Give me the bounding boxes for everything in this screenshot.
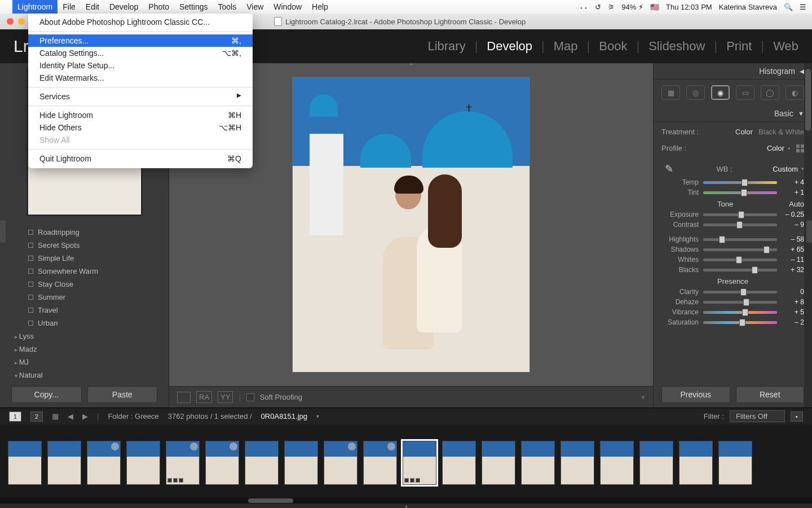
- menu-photo[interactable]: Photo: [143, 0, 174, 14]
- menu-lightroom[interactable]: Lightroom: [12, 0, 58, 14]
- treatment-color[interactable]: Color: [735, 128, 753, 136]
- clarity-slider[interactable]: [703, 291, 777, 294]
- module-develop[interactable]: Develop: [487, 39, 532, 54]
- thumbnail[interactable]: [87, 441, 121, 485]
- highlights-slider[interactable]: [703, 238, 777, 241]
- thumbnail[interactable]: [47, 441, 81, 485]
- blacks-slider[interactable]: [703, 269, 777, 271]
- tint-slider[interactable]: [703, 191, 777, 194]
- thumbnail[interactable]: [442, 441, 476, 485]
- thumbnail[interactable]: [521, 441, 555, 485]
- menu-edit[interactable]: Edit: [81, 0, 104, 14]
- thumbnail[interactable]: [600, 441, 634, 485]
- dehaze-slider[interactable]: [703, 301, 777, 304]
- thumbnail[interactable]: [245, 441, 279, 485]
- list-item[interactable]: Secret Spots: [28, 239, 161, 252]
- copy-button[interactable]: Copy...: [11, 386, 82, 403]
- thumbnail-selected[interactable]: [403, 441, 436, 485]
- profile-dropdown[interactable]: Color: [767, 144, 784, 152]
- crop-tool-icon[interactable]: ▦: [661, 85, 680, 100]
- gradient-tool-icon[interactable]: ▭: [736, 85, 754, 100]
- blacks-value[interactable]: + 32: [782, 266, 804, 274]
- thumbnail[interactable]: [561, 441, 594, 485]
- shadows-slider[interactable]: [703, 248, 777, 251]
- thumbnail[interactable]: [324, 441, 358, 485]
- temp-slider[interactable]: [703, 181, 777, 184]
- prev-photo-icon[interactable]: ◀: [68, 412, 73, 421]
- list-item[interactable]: Summer: [28, 291, 161, 304]
- spot-tool-icon[interactable]: ◎: [686, 85, 705, 100]
- filmstrip-resize-handle[interactable]: ▾: [0, 503, 812, 508]
- right-panel-toggle[interactable]: [806, 220, 812, 243]
- thumbnail[interactable]: [363, 441, 397, 485]
- saturation-value[interactable]: – 2: [782, 318, 804, 326]
- thumbnail[interactable]: [639, 441, 673, 485]
- auto-tone-button[interactable]: Auto: [789, 200, 804, 208]
- folder-group[interactable]: Madz: [15, 343, 161, 356]
- flag-icon[interactable]: 🇺🇸: [650, 3, 659, 11]
- previous-button[interactable]: Previous: [661, 386, 730, 403]
- wifi-icon[interactable]: ⚞: [608, 3, 615, 11]
- module-book[interactable]: Book: [599, 39, 627, 54]
- menu-identity-plate[interactable]: Identity Plate Setup...: [28, 59, 253, 72]
- before-after-ra[interactable]: RA: [196, 391, 212, 403]
- left-panel-toggle[interactable]: [0, 220, 6, 243]
- clock[interactable]: Thu 12:03 PM: [666, 3, 712, 11]
- menu-hide-lightroom[interactable]: Hide Lightroom⌘H: [28, 109, 253, 121]
- grid-view-icon[interactable]: ▦: [52, 412, 59, 421]
- menu-window[interactable]: Window: [268, 0, 307, 14]
- thumbnail[interactable]: [8, 441, 42, 485]
- menu-file[interactable]: File: [58, 0, 81, 14]
- menu-help[interactable]: Help: [307, 0, 333, 14]
- menu-develop[interactable]: Develop: [104, 0, 143, 14]
- wb-eyedropper-icon[interactable]: ✎: [661, 163, 676, 175]
- list-item[interactable]: Roadtripping: [28, 226, 161, 239]
- next-photo-icon[interactable]: ▶: [82, 412, 88, 421]
- contrast-value[interactable]: – 9: [782, 221, 804, 229]
- basic-panel-header[interactable]: Basic▼: [654, 106, 812, 122]
- radial-tool-icon[interactable]: ◯: [761, 85, 779, 100]
- thumbnail[interactable]: [482, 441, 515, 485]
- filter-dropdown[interactable]: Filters Off: [730, 410, 785, 422]
- menu-view[interactable]: View: [241, 0, 268, 14]
- module-library[interactable]: Library: [427, 39, 465, 54]
- shadows-value[interactable]: + 65: [782, 246, 804, 253]
- toolbar-disclosure-icon[interactable]: ▾: [641, 393, 645, 401]
- dropbox-icon[interactable]: ⬪⬪: [579, 3, 588, 11]
- folder-path[interactable]: Folder : Greece: [108, 412, 158, 421]
- wb-dropdown[interactable]: Custom: [773, 165, 798, 173]
- spotlight-icon[interactable]: 🔍: [784, 3, 793, 11]
- filter-lock-icon[interactable]: ▪: [791, 411, 803, 422]
- list-item[interactable]: Travel: [28, 304, 161, 317]
- soft-proofing-checkbox[interactable]: [246, 393, 254, 401]
- tint-value[interactable]: + 1: [782, 189, 804, 196]
- reset-button[interactable]: Reset: [736, 386, 805, 403]
- module-map[interactable]: Map: [554, 39, 578, 54]
- saturation-slider[interactable]: [703, 321, 777, 324]
- menu-edit-watermarks[interactable]: Edit Watermarks...: [28, 72, 253, 84]
- primary-display-button[interactable]: 1: [9, 411, 21, 422]
- highlights-value[interactable]: – 58: [782, 235, 804, 243]
- menu-quit[interactable]: Quit Lightroom⌘Q: [28, 152, 253, 165]
- menu-about[interactable]: About Adobe Photoshop Lightroom Classic …: [28, 16, 253, 28]
- thumbnail[interactable]: [205, 441, 239, 485]
- dehaze-value[interactable]: + 8: [782, 298, 804, 306]
- user-name[interactable]: Katerina Stavreva: [719, 3, 777, 11]
- whites-value[interactable]: – 11: [782, 256, 804, 264]
- clarity-value[interactable]: 0: [782, 288, 804, 296]
- menu-services[interactable]: Services: [28, 90, 253, 103]
- menu-catalog-settings[interactable]: Catalog Settings...⌥⌘,: [28, 47, 253, 59]
- thumbnail[interactable]: [679, 441, 713, 485]
- menu-extras-icon[interactable]: ☰: [800, 3, 806, 11]
- paste-button[interactable]: Paste: [87, 386, 158, 403]
- list-item[interactable]: Stay Close: [28, 278, 161, 291]
- exposure-slider[interactable]: [703, 213, 777, 216]
- thumbnail[interactable]: [126, 441, 160, 485]
- module-web[interactable]: Web: [773, 39, 798, 54]
- vibrance-slider[interactable]: [703, 311, 777, 314]
- folder-group[interactable]: Natural: [15, 369, 161, 382]
- treatment-bw[interactable]: Black & White: [758, 128, 804, 136]
- vibrance-value[interactable]: + 5: [782, 308, 804, 316]
- secondary-display-button[interactable]: 2: [30, 411, 43, 422]
- timemachine-icon[interactable]: ↺: [595, 3, 601, 11]
